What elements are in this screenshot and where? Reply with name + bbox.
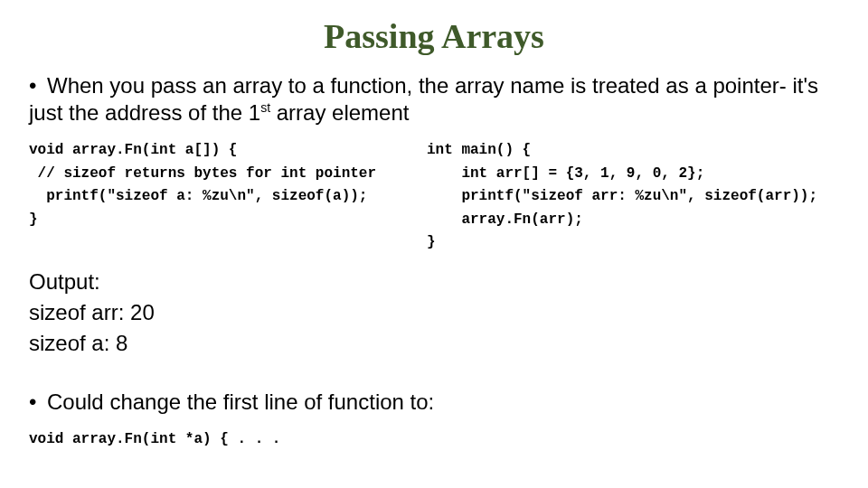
bullet-1-text-a: When you pass an array to a function, th… bbox=[29, 73, 818, 125]
spacer bbox=[29, 361, 839, 389]
slide-title: Passing Arrays bbox=[29, 16, 839, 56]
output-line-1: sizeof arr: 20 bbox=[29, 300, 839, 325]
output-label: Output: bbox=[29, 269, 839, 295]
bullet-2-text: Could change the first line of function … bbox=[47, 389, 434, 414]
bullet-dot-icon: • bbox=[29, 72, 47, 99]
bullet-2: •Could change the first line of function… bbox=[29, 389, 839, 416]
code-left: void array.Fn(int a[]) { // sizeof retur… bbox=[29, 139, 418, 255]
bullet-1: •When you pass an array to a function, t… bbox=[29, 72, 839, 127]
bullet-1-text-b: array element bbox=[270, 100, 409, 125]
bullet-dot-icon: • bbox=[29, 389, 47, 416]
output-line-2: sizeof a: 8 bbox=[29, 331, 839, 356]
slide: Passing Arrays •When you pass an array t… bbox=[0, 0, 868, 488]
code-right: int main() { int arr[] = {3, 1, 9, 0, 2}… bbox=[427, 139, 839, 255]
code-columns: void array.Fn(int a[]) { // sizeof retur… bbox=[29, 139, 839, 255]
ordinal-sup: st bbox=[260, 100, 270, 115]
code-bottom: void array.Fn(int *a) { . . . bbox=[29, 428, 839, 452]
